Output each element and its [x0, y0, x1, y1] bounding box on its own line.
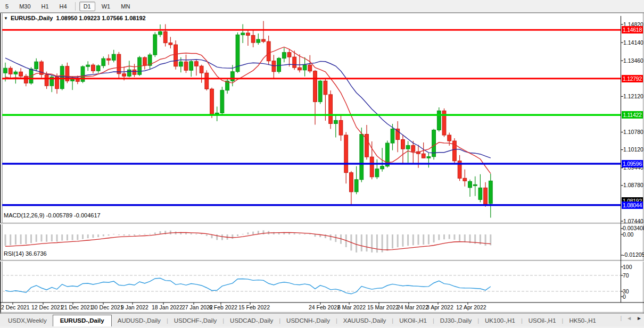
price-axis-tick: 1.12120 [623, 93, 643, 99]
timeframe-button-h1[interactable]: H1 [37, 2, 53, 11]
date-axis-label: 9 Jan 2022 [121, 304, 148, 310]
sep-main-macd[interactable] [0, 223, 644, 224]
rsi-axis-label: 100 [623, 264, 632, 270]
price-box-1.09596: 1.09596 [622, 160, 643, 167]
tab-dj30-daily[interactable]: DJ30-,Daily [434, 315, 477, 326]
price-axis-tick: 1.13460 [623, 57, 643, 64]
chart-canvas [0, 13, 644, 313]
tab-xauusd-daily[interactable]: XAUUSD-,Daily [337, 315, 392, 326]
timeframe-button-h4[interactable]: H4 [55, 2, 71, 11]
price-axis-tick: 1.08780 [623, 182, 643, 188]
mt4-workspace: 5M30H1H4D1W1MN ▼EURUSD-,Daily 1.08950 1.… [0, 0, 644, 328]
toolbar-separator [75, 2, 76, 11]
macd-indicator-label: MACD(12,26,9) -0.005789 -0.004617 [4, 212, 101, 218]
timeframe-button-m30[interactable]: M30 [15, 2, 35, 11]
tab-usdchf-daily[interactable]: USDCHF-,Daily [168, 315, 223, 326]
tab-scroll-divider: | [621, 315, 622, 321]
price-box-1.14618: 1.14618 [622, 26, 643, 33]
chart-window: ▼EURUSD-,Daily 1.08950 1.09223 1.07566 1… [0, 13, 644, 313]
macd-axis-label: 0.00 [623, 231, 633, 238]
date-axis-label: 18 Jan 2022 [152, 304, 183, 310]
date-axis-label: 30 Dec 2021 [92, 304, 123, 310]
date-axis-label: 27 Jan 2022 [182, 304, 213, 310]
sep-macd-rsi[interactable] [0, 260, 644, 262]
date-axis-label: 21 Dec 2021 [61, 304, 93, 310]
date-axis-label: 2 Dec 2021 [1, 304, 30, 310]
date-axis-label: 6 Feb 2022 [209, 304, 237, 310]
chart-symbol-label: EURUSD-,Daily [11, 15, 53, 21]
tab-usoil-h1[interactable]: USOil-,H1 [523, 315, 562, 326]
price-axis-tick: 1.14140 [623, 39, 643, 46]
rsi-axis-label: 70 [623, 272, 629, 279]
timeframe-button-w1[interactable]: W1 [97, 2, 115, 11]
date-axis-label: 15 Feb 2022 [238, 304, 270, 310]
rsi-indicator-label: RSI(14) 36.6736 [4, 250, 47, 257]
date-axis-label: 24 Feb 2022 [309, 304, 340, 310]
timeframe-toolbar: 5M30H1H4D1W1MN [0, 0, 644, 13]
chart-dropdown-icon[interactable]: ▼ [4, 16, 8, 21]
price-box-1.12792: 1.12792 [622, 75, 643, 82]
date-axis-label: 3 Apr 2022 [426, 304, 453, 310]
date-axis-label: 15 Mar 2022 [367, 304, 399, 310]
timeframe-button-d1[interactable]: D1 [79, 2, 95, 11]
price-axis-tick: 1.10780 [623, 129, 643, 135]
tab-scroll-left-icon[interactable]: ◄ [626, 315, 632, 321]
date-axis-label: 12 Dec 2021 [31, 304, 63, 310]
price-axis-tick: 1.07440 [623, 218, 643, 224]
tab-hk50-h1[interactable]: HK50-,H1 [563, 315, 602, 326]
chart-title: ▼EURUSD-,Daily 1.08950 1.09223 1.07566 1… [4, 15, 146, 21]
tab-uk100-h1[interactable]: UK100-,H1 [479, 315, 521, 326]
date-axis-label: 24 Mar 2022 [397, 304, 428, 310]
price-box-1.11422: 1.11422 [622, 111, 643, 119]
chart-ohlc-values: 1.08950 1.09223 1.07566 1.08192 [56, 15, 146, 21]
price-box-1.08044: 1.08044 [622, 201, 643, 209]
tab-usdcnh-daily[interactable]: USDCNH-,Daily [280, 315, 336, 326]
tab-ukoil-h1[interactable]: UKOil-,H1 [393, 315, 433, 326]
tab-usdcad-daily[interactable]: USDCAD-,Daily [224, 315, 279, 326]
tab-scroll-right-icon[interactable]: ► [637, 315, 642, 321]
timeframe-button-5[interactable]: 5 [1, 2, 13, 11]
price-axis-tick: 1.10120 [623, 146, 643, 153]
rsi-axis-label: 0 [623, 293, 626, 300]
tab-scroll-buttons: |◄► [621, 315, 642, 321]
macd-axis-label: -0.012058 [623, 251, 644, 258]
chart-tab-bar: USDX,WeeklyEURUSD-,DailyAUDUSD-,Daily|US… [0, 313, 644, 326]
date-axis-label: 6 Mar 2022 [337, 304, 366, 310]
tab-eurusd-daily[interactable]: EURUSD-,Daily [53, 315, 112, 327]
tab-audusd-daily[interactable]: AUDUSD-,Daily [112, 315, 167, 326]
timeframe-button-mn[interactable]: MN [117, 2, 134, 11]
tab-usdx-weekly[interactable]: USDX,Weekly [2, 315, 53, 326]
date-axis-label: 12 Apr 2022 [456, 304, 486, 310]
